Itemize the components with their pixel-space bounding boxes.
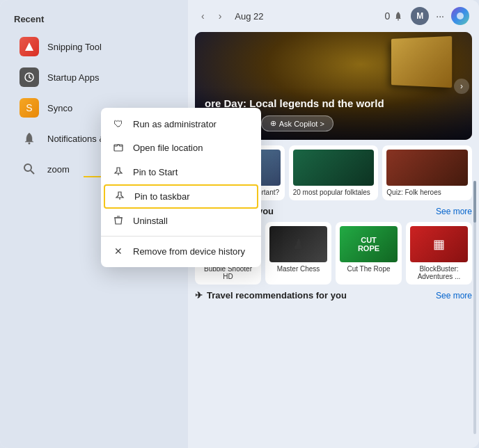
sidebar-item-label: Startup Apps [47, 72, 99, 83]
svg-point-6 [457, 13, 464, 19]
game-label-chess: Master Chess [269, 265, 327, 273]
uninstall-icon [112, 215, 125, 227]
nav-back-button[interactable]: ‹ [198, 9, 208, 23]
game-image-block: ▦ [410, 226, 468, 262]
context-open-location-label: Open file location [133, 143, 203, 153]
game-image-rope: CUTROPE [340, 226, 398, 262]
pin-start-icon [112, 166, 125, 178]
game-card-blockbuster[interactable]: ▦ BlockBuster: Adventures ... [406, 222, 472, 285]
sidebar-item-snipping-tool[interactable]: Snipping Tool [6, 31, 182, 62]
remove-history-icon: ✕ [112, 246, 125, 257]
context-run-admin[interactable]: 🛡 Run as administrator [101, 112, 261, 136]
nav-forward-button[interactable]: › [215, 9, 226, 23]
game-label-block: BlockBuster: Adventures ... [410, 265, 468, 280]
pin-taskbar-icon [113, 191, 126, 202]
svg-point-5 [398, 19, 399, 21]
svg-line-4 [31, 170, 34, 174]
small-card-1[interactable]: 20 most popular folktales [289, 145, 379, 200]
scroll-track [473, 181, 476, 434]
context-pin-taskbar-label: Pin to taskbar [134, 191, 190, 202]
game-card-cut-rope[interactable]: CUTROPE Cut The Rope [336, 222, 402, 285]
game-label-bubble: Bubble Shooter HD [199, 265, 257, 280]
context-remove-history[interactable]: ✕ Remove from device history [101, 239, 261, 263]
context-menu-divider [101, 236, 261, 237]
travel-see-more[interactable]: See more [436, 291, 472, 301]
context-menu: 🛡 Run as administrator Open file locatio… [101, 108, 261, 267]
notifications-icon [19, 129, 39, 148]
context-remove-history-label: Remove from device history [133, 246, 245, 257]
game-label-rope: Cut The Rope [340, 265, 398, 273]
svg-marker-0 [25, 42, 33, 51]
context-uninstall-label: Uninstall [133, 216, 168, 226]
sidebar-item-label: Snipping Tool [47, 42, 102, 52]
context-pin-start-label: Pin to Start [133, 167, 178, 177]
date-label: Aug 22 [235, 11, 263, 22]
context-pin-start[interactable]: Pin to Start [101, 160, 261, 184]
sidebar-header: Recent [0, 11, 188, 31]
context-open-location[interactable]: Open file location [101, 136, 261, 160]
small-card-label-2: Quiz: Folk heroes [386, 189, 468, 196]
run-admin-icon: 🛡 [112, 118, 125, 129]
sidebar-item-label: zoom [47, 164, 70, 175]
sidebar-item-label: Synco [47, 103, 72, 113]
small-card-image-2 [386, 150, 468, 186]
hero-next-button[interactable]: › [454, 79, 469, 94]
more-options-button[interactable]: ··· [436, 10, 444, 22]
scroll-thumb[interactable] [473, 181, 476, 223]
context-pin-taskbar[interactable]: Pin to taskbar [104, 184, 258, 209]
travel-icon: ✈ [195, 290, 203, 301]
travel-section: ✈ Travel recommendations for you See mor… [195, 290, 472, 301]
start-menu: Recent Snipping Tool Startup Apps [0, 0, 479, 448]
games-see-more[interactable]: See more [436, 207, 472, 216]
small-card-label-1: 20 most popular folktales [293, 189, 375, 196]
svg-rect-7 [114, 145, 123, 151]
hero-copilot-button[interactable]: ⊕ Ask Copilot > [261, 115, 333, 131]
sidebar-item-startup-apps[interactable]: Startup Apps [6, 62, 182, 93]
notifications-badge-button[interactable]: 0 [385, 10, 405, 22]
avatar[interactable]: M [411, 7, 429, 25]
copilot-icon[interactable] [451, 7, 469, 25]
top-bar: ‹ › Aug 22 0 M ··· [188, 0, 479, 32]
game-image-chess: ♟ [269, 226, 327, 262]
small-card-2[interactable]: Quiz: Folk heroes [382, 145, 472, 200]
sidebar-item-label: Notifications & [47, 134, 105, 144]
copilot-small-icon: ⊕ [270, 119, 276, 128]
snipping-tool-icon [19, 37, 39, 56]
context-run-admin-label: Run as administrator [133, 119, 217, 129]
startup-apps-icon [19, 67, 39, 87]
zoom-icon [19, 159, 39, 179]
top-icons: 0 M ··· [385, 7, 469, 25]
game-card-master-chess[interactable]: ♟ Master Chess [265, 222, 331, 285]
travel-section-title: ✈ Travel recommendations for you [195, 290, 347, 301]
hero-book-decoration [391, 36, 452, 88]
synco-icon: S [19, 98, 39, 118]
svg-point-2 [29, 143, 31, 145]
open-location-icon [112, 142, 125, 154]
small-card-image-1 [293, 150, 375, 186]
context-uninstall[interactable]: Uninstall [101, 209, 261, 233]
svg-point-3 [24, 164, 31, 171]
